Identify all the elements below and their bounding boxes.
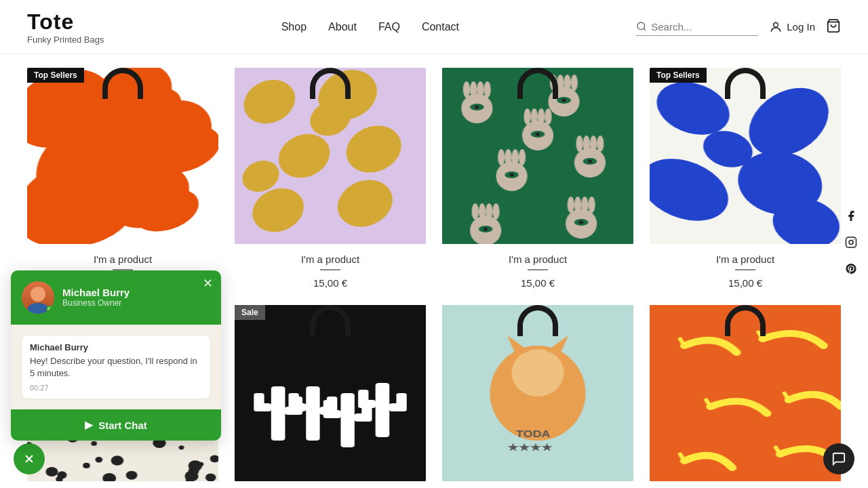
svg-point-5 bbox=[849, 241, 853, 245]
instagram-icon[interactable] bbox=[845, 237, 857, 252]
logo-subtitle: Funky Printed Bags bbox=[27, 35, 104, 45]
chat-body: Michael Burry Hey! Describe your questio… bbox=[11, 325, 221, 409]
product-image-wrap bbox=[442, 305, 633, 481]
product-card[interactable]: I'm a product15,00 € bbox=[235, 68, 426, 289]
chat-bubble-icon bbox=[831, 451, 846, 466]
nav-shop[interactable]: Shop bbox=[281, 21, 307, 33]
product-name: I'm a product bbox=[94, 253, 152, 265]
chat-widget-button[interactable] bbox=[823, 443, 854, 474]
pinterest-icon[interactable] bbox=[845, 263, 857, 279]
login-area[interactable]: Log In bbox=[769, 20, 815, 34]
start-chat-button[interactable]: ▶ Start Chat bbox=[11, 409, 221, 441]
chat-header: Michael Burry Business Owner ✕ bbox=[11, 270, 221, 325]
product-price: 15,00 € bbox=[728, 277, 762, 289]
svg-point-0 bbox=[637, 22, 645, 30]
agent-role: Business Owner bbox=[62, 298, 210, 308]
svg-point-2 bbox=[774, 22, 778, 27]
chat-toggle-button[interactable] bbox=[14, 443, 45, 474]
nav-contact[interactable]: Contact bbox=[422, 21, 459, 33]
agent-name: Michael Burry bbox=[62, 287, 210, 298]
close-x-icon bbox=[22, 452, 36, 466]
search-icon bbox=[636, 21, 647, 32]
product-image-wrap: Top Sellers bbox=[27, 68, 218, 244]
product-divider bbox=[735, 269, 755, 270]
account-icon bbox=[769, 20, 783, 34]
product-price: 15,00 € bbox=[313, 277, 347, 289]
start-chat-label: Start Chat bbox=[98, 420, 147, 431]
header: Tote Funky Printed Bags Shop About FAQ C… bbox=[0, 0, 868, 54]
chat-close-button[interactable]: ✕ bbox=[203, 277, 213, 289]
message-text: Hey! Describe your question, I'll respon… bbox=[30, 355, 202, 380]
message-time: 00:27 bbox=[30, 384, 202, 392]
product-card[interactable] bbox=[650, 305, 841, 481]
search-bar[interactable] bbox=[636, 18, 758, 36]
svg-line-1 bbox=[644, 28, 646, 30]
svg-rect-4 bbox=[846, 237, 856, 247]
product-card[interactable]: I'm a product15,00 € bbox=[442, 68, 633, 289]
main-nav: Shop About FAQ Contact bbox=[281, 21, 459, 33]
product-badge: Top Sellers bbox=[27, 68, 84, 83]
search-input[interactable] bbox=[651, 21, 746, 33]
product-card[interactable]: Top SellersI'm a product15,00 € bbox=[650, 68, 841, 289]
product-card[interactable] bbox=[442, 305, 633, 481]
cart-svg-icon bbox=[826, 18, 841, 33]
product-price: 15,00 € bbox=[521, 277, 555, 289]
svg-point-6 bbox=[853, 239, 854, 241]
agent-avatar bbox=[22, 281, 54, 314]
nav-about[interactable]: About bbox=[328, 21, 357, 33]
product-name: I'm a product bbox=[716, 253, 774, 265]
product-badge: Sale bbox=[235, 305, 265, 320]
chat-header-info: Michael Burry Business Owner bbox=[62, 287, 210, 308]
product-divider bbox=[528, 269, 548, 270]
nav-faq[interactable]: FAQ bbox=[378, 21, 400, 33]
product-image-wrap: Top Sellers bbox=[650, 68, 841, 244]
login-label[interactable]: Log In bbox=[787, 21, 815, 33]
chat-message: Michael Burry Hey! Describe your questio… bbox=[22, 336, 210, 399]
product-divider bbox=[320, 269, 340, 270]
online-status-dot bbox=[46, 306, 53, 312]
product-image-wrap: Sale bbox=[235, 305, 426, 481]
cart-icon[interactable] bbox=[826, 18, 841, 36]
header-right: Log In bbox=[636, 18, 841, 36]
logo-area: Tote Funky Printed Bags bbox=[27, 9, 104, 45]
product-badge: Top Sellers bbox=[650, 68, 707, 83]
product-card[interactable]: Top SellersI'm a product15,00 € bbox=[27, 68, 218, 289]
chat-input-area: ▶ Start Chat bbox=[11, 409, 221, 441]
product-card[interactable]: Sale bbox=[235, 305, 426, 481]
product-image-wrap bbox=[235, 68, 426, 244]
product-image-wrap bbox=[442, 68, 633, 244]
chat-popup: Michael Burry Business Owner ✕ Michael B… bbox=[11, 270, 221, 441]
product-image-wrap bbox=[650, 305, 841, 481]
start-chat-arrow-icon: ▶ bbox=[85, 419, 93, 431]
logo-title: Tote bbox=[27, 9, 104, 35]
product-name: I'm a product bbox=[509, 253, 567, 265]
product-name: I'm a product bbox=[301, 253, 359, 265]
facebook-icon[interactable] bbox=[845, 210, 857, 226]
message-author: Michael Burry bbox=[30, 342, 202, 352]
social-sidebar bbox=[845, 210, 857, 279]
